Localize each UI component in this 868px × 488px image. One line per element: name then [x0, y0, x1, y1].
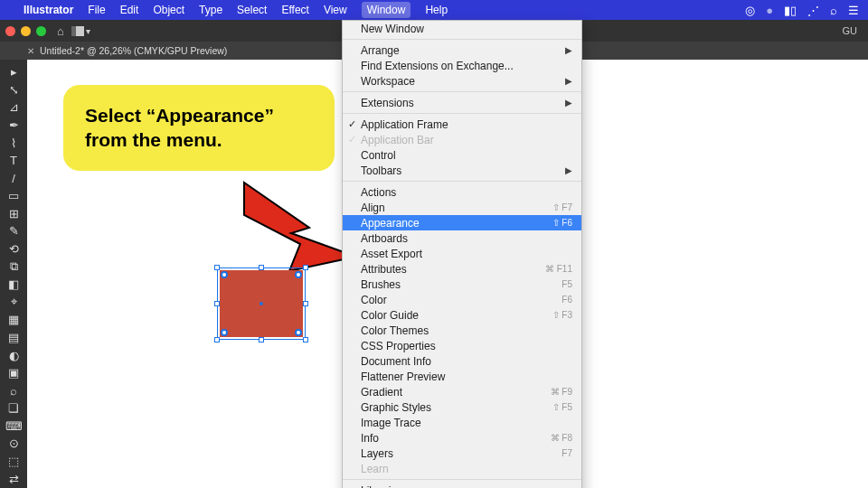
menu-item-gradient[interactable]: Gradient⌘ F9 [343, 384, 581, 399]
anchor-point[interactable] [221, 271, 228, 278]
tool-5[interactable]: T [0, 152, 27, 170]
tool-7[interactable]: ▭ [0, 187, 27, 205]
minimize-window-icon[interactable] [21, 26, 31, 36]
menu-item-document-info[interactable]: Document Info [343, 353, 581, 369]
menu-item-layers[interactable]: LayersF7 [343, 446, 581, 461]
menu-file[interactable]: File [88, 4, 105, 16]
resize-handle[interactable] [303, 337, 308, 343]
menu-item-actions[interactable]: Actions [343, 184, 581, 200]
menu-item-libraries[interactable]: Libraries [343, 483, 581, 488]
tool-12[interactable]: ◧ [0, 276, 27, 294]
tool-8[interactable]: ⊞ [0, 205, 27, 223]
menu-separator [343, 91, 581, 92]
selected-shape[interactable] [217, 267, 306, 340]
document-tab[interactable]: ✕ Untitled-2* @ 26,26% (CMYK/GPU Preview… [27, 45, 227, 56]
keyboard-shortcut: F7 [561, 448, 572, 458]
menu-item-label: Gradient [361, 386, 551, 399]
menu-item-find-extensions-on-exchange-[interactable]: Find Extensions on Exchange... [343, 58, 581, 73]
home-icon[interactable]: ⌂ [57, 24, 64, 38]
menu-select[interactable]: Select [237, 4, 267, 16]
menu-window[interactable]: Window [362, 2, 411, 18]
menu-type[interactable]: Type [199, 4, 222, 16]
menu-item-label: Color [361, 294, 561, 306]
menu-item-appearance[interactable]: Appearance⇧ F6 [343, 215, 581, 230]
maximize-window-icon[interactable] [36, 26, 46, 36]
tool-21[interactable]: ⊙ [0, 435, 27, 453]
traffic-lights[interactable] [5, 26, 46, 36]
menu-item-new-window[interactable]: New Window [343, 21, 581, 36]
tool-0[interactable]: ▸ [0, 63, 27, 81]
spotlight-icon[interactable]: ⌕ [830, 4, 837, 17]
tool-18[interactable]: ⌕ [0, 381, 27, 399]
menu-item-asset-export[interactable]: Asset Export [343, 246, 581, 261]
control-center-icon[interactable]: ☰ [848, 4, 859, 17]
tool-13[interactable]: ⌖ [0, 294, 27, 312]
menu-separator [343, 39, 581, 40]
tool-10[interactable]: ⟲ [0, 240, 27, 258]
wifi-icon[interactable]: ⋰ [807, 4, 819, 17]
menu-item-color-guide[interactable]: Color Guide⇧ F3 [343, 307, 581, 323]
menu-help[interactable]: Help [425, 4, 448, 16]
menu-item-color-themes[interactable]: Color Themes [343, 323, 581, 338]
resize-handle[interactable] [214, 265, 220, 270]
workspace-label[interactable]: GU [843, 25, 858, 36]
menu-item-artboards[interactable]: Artboards [343, 230, 581, 246]
tool-19[interactable]: ❏ [0, 399, 27, 418]
menu-item-label: Layers [361, 447, 561, 460]
menu-item-flattener-preview[interactable]: Flattener Preview [343, 369, 581, 384]
resize-handle[interactable] [303, 301, 308, 306]
center-point[interactable] [259, 302, 263, 305]
tool-3[interactable]: ✒ [0, 117, 27, 135]
keyboard-shortcut: ⇧ F6 [552, 218, 572, 228]
close-tab-icon[interactable]: ✕ [27, 46, 34, 56]
menu-item-label: Color Themes [361, 324, 572, 337]
menu-item-control[interactable]: Control [343, 147, 581, 163]
tool-11[interactable]: ⧉ [0, 258, 27, 276]
menu-item-css-properties[interactable]: CSS Properties [343, 338, 581, 353]
battery-icon[interactable]: ▮▯ [784, 4, 797, 17]
tool-20[interactable]: ⌨ [0, 418, 27, 436]
menu-effect[interactable]: Effect [281, 4, 308, 16]
menu-view[interactable]: View [324, 4, 347, 16]
menu-object[interactable]: Object [153, 4, 184, 16]
check-icon: ✓ [348, 134, 356, 145]
tool-9[interactable]: ✎ [0, 222, 27, 240]
tool-2[interactable]: ⊿ [0, 99, 27, 117]
anchor-point[interactable] [295, 271, 302, 278]
menu-item-workspace[interactable]: Workspace▶ [343, 73, 581, 89]
menu-item-align[interactable]: Align⇧ F7 [343, 200, 581, 215]
tool-15[interactable]: ▤ [0, 329, 27, 347]
tool-1[interactable]: ⤡ [0, 81, 27, 99]
menu-separator [343, 181, 581, 182]
user-icon[interactable]: ● [766, 4, 773, 17]
tool-16[interactable]: ◐ [0, 346, 27, 364]
menu-item-brushes[interactable]: BrushesF5 [343, 277, 581, 292]
creative-cloud-icon[interactable]: ◎ [745, 4, 755, 17]
resize-handle[interactable] [259, 337, 264, 343]
app-menu[interactable]: Illustrator [24, 4, 73, 16]
menu-item-attributes[interactable]: Attributes⌘ F11 [343, 261, 581, 277]
menu-item-arrange[interactable]: Arrange▶ [343, 42, 581, 58]
anchor-point[interactable] [295, 329, 302, 336]
tool-17[interactable]: ▣ [0, 364, 27, 382]
menu-item-color[interactable]: ColorF6 [343, 292, 581, 307]
resize-handle[interactable] [303, 265, 308, 270]
resize-handle[interactable] [259, 265, 264, 270]
tool-6[interactable]: / [0, 169, 27, 187]
menu-item-toolbars[interactable]: Toolbars▶ [343, 163, 581, 178]
menu-item-application-frame[interactable]: ✓Application Frame [343, 117, 581, 132]
menu-item-extensions[interactable]: Extensions▶ [343, 95, 581, 110]
resize-handle[interactable] [214, 301, 220, 306]
menu-edit[interactable]: Edit [120, 4, 139, 16]
tool-14[interactable]: ▦ [0, 311, 27, 329]
menu-item-image-trace[interactable]: Image Trace [343, 415, 581, 430]
layout-switcher[interactable]: ▾ [71, 26, 90, 36]
resize-handle[interactable] [214, 337, 220, 343]
menu-item-info[interactable]: Info⌘ F8 [343, 430, 581, 446]
tool-23[interactable]: ⇄ [0, 470, 27, 488]
anchor-point[interactable] [221, 329, 228, 336]
tool-4[interactable]: ⌇ [0, 134, 27, 152]
close-window-icon[interactable] [5, 26, 15, 36]
menu-item-graphic-styles[interactable]: Graphic Styles⇧ F5 [343, 399, 581, 415]
tool-22[interactable]: ⬚ [0, 453, 27, 471]
